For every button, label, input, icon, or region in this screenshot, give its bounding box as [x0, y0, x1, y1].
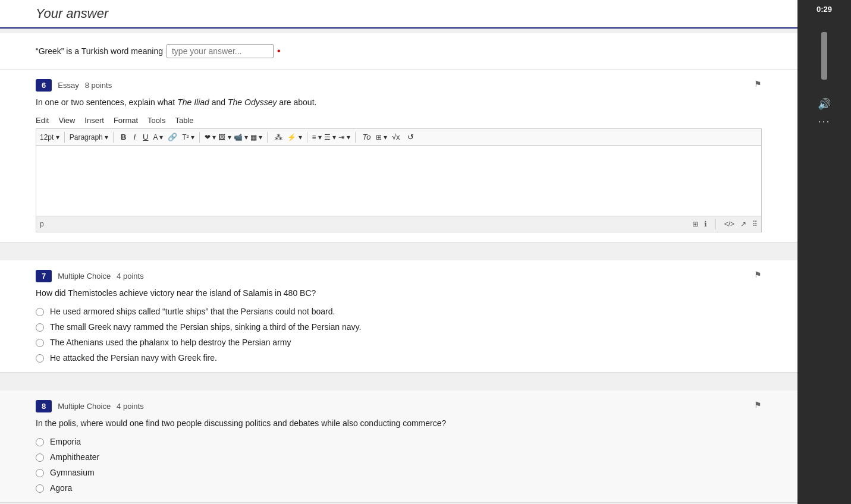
toolbar-sep-2 — [113, 132, 114, 143]
toolbar-sep-4 — [267, 132, 268, 143]
to-button[interactable]: To — [360, 131, 373, 143]
indent-dropdown[interactable]: ⇥ ▾ — [338, 133, 350, 141]
question-7-header: 7 Multiple Choice 4 points — [36, 270, 762, 282]
menu-edit[interactable]: Edit — [36, 116, 49, 125]
q7-option-2[interactable]: The small Greek navy rammed the Persian … — [36, 322, 762, 332]
toolbar-sep-6 — [355, 132, 356, 143]
right-panel: 0:29 🔊 ··· — [797, 0, 851, 504]
question-6-points: 8 points — [85, 81, 112, 90]
q8-option-2-text: Amphitheater — [50, 452, 99, 462]
more-options-icon[interactable]: ··· — [818, 115, 830, 128]
question-6-number: 6 — [36, 79, 52, 92]
q8-option-1-text: Emporia — [50, 437, 81, 446]
question-7-number: 7 — [36, 270, 52, 282]
question-7-text: How did Themistocles achieve victory nea… — [36, 287, 762, 300]
q8-radio-4[interactable] — [36, 484, 44, 493]
menu-table[interactable]: Table — [175, 116, 193, 125]
question-6-header: 6 Essay 8 points — [36, 79, 762, 92]
question-7-points: 4 points — [117, 272, 144, 281]
menu-view[interactable]: View — [58, 116, 75, 125]
q8-option-3[interactable]: Gymnasium — [36, 468, 762, 477]
editor-drag-icon[interactable]: ⠿ — [752, 220, 758, 228]
q7-option-4[interactable]: He attacked the Persian navy with Greek … — [36, 353, 762, 363]
scrollbar-thumb[interactable] — [821, 32, 827, 80]
essay-editor[interactable] — [36, 145, 762, 216]
answer-panel-title: Your answer — [36, 6, 108, 21]
toolbar-sep-1 — [64, 132, 65, 143]
q7-option-3[interactable]: The Athenians used the phalanx to help d… — [36, 338, 762, 347]
sqrt-button[interactable]: √x — [390, 131, 403, 143]
font-size-dropdown[interactable]: 12pt ▾ — [40, 133, 59, 141]
link-button[interactable]: 🔗 — [165, 131, 180, 143]
editor-accessibility-icon[interactable]: ⊞ — [692, 220, 698, 228]
question-8-type: Multiple Choice — [58, 402, 111, 411]
paragraph-dropdown[interactable]: Paragraph ▾ — [70, 133, 108, 141]
menu-tools[interactable]: Tools — [147, 116, 165, 125]
editor-footer-right: ⊞ ℹ </> ↗ ⠿ — [692, 219, 758, 229]
fill-in-input[interactable] — [167, 44, 274, 58]
q7-radio-1[interactable] — [36, 308, 44, 316]
table-dropdown[interactable]: ▦ ▾ — [250, 133, 262, 141]
toolbar-sep-5 — [307, 132, 307, 143]
underline-button[interactable]: U — [140, 131, 150, 143]
q8-option-2[interactable]: Amphitheater — [36, 452, 762, 462]
editor-code-icon[interactable]: </> — [724, 220, 734, 228]
question-7-options: He used armored ships called “turtle shi… — [36, 307, 762, 363]
question-8-points: 4 points — [117, 402, 144, 411]
image-dropdown[interactable]: 🖼 ▾ — [218, 133, 231, 141]
editor-paragraph-tag: p — [40, 220, 44, 228]
editor-toolbar: 12pt ▾ Paragraph ▾ B I U A ▾ 🔗 T² ▾ ❤ ▾ … — [36, 128, 762, 145]
q8-radio-2[interactable] — [36, 453, 44, 462]
question-6-section: 6 Essay 8 points ⚑ In one or two sentenc… — [0, 70, 797, 242]
flag-icon-q6[interactable]: ⚑ — [754, 79, 762, 89]
flag-icon-q8[interactable]: ⚑ — [754, 400, 762, 410]
editor-expand-icon[interactable]: ↗ — [740, 220, 746, 228]
superscript-dropdown[interactable]: T² ▾ — [182, 133, 194, 141]
list-dropdown[interactable]: ☰ ▾ — [324, 133, 336, 141]
timer-display: 0:29 — [817, 5, 832, 14]
q8-option-4[interactable]: Agora — [36, 483, 762, 493]
question-8-section: 8 Multiple Choice 4 points ⚑ In the poli… — [0, 390, 797, 503]
footer-sep-1 — [715, 219, 716, 229]
question-5-section: “Greek” is a Turkish word meaning • — [0, 33, 797, 70]
answer-panel: Your answer — [0, 0, 797, 29]
media-dropdown[interactable]: 📹 ▾ — [234, 133, 248, 141]
font-color-dropdown[interactable]: A ▾ — [153, 133, 163, 141]
align-dropdown[interactable]: ≡ ▾ — [312, 133, 322, 141]
editor-info-icon[interactable]: ℹ — [704, 220, 707, 228]
q7-option-1-text: He used armored ships called “turtle shi… — [50, 307, 335, 316]
format-dropdown-1[interactable]: ⚡ ▾ — [287, 133, 302, 141]
q8-radio-1[interactable] — [36, 438, 44, 446]
flag-icon-q7[interactable]: ⚑ — [754, 270, 762, 279]
toolbar-sep-3 — [199, 132, 200, 143]
menu-format[interactable]: Format — [114, 116, 138, 125]
undo-button[interactable]: ↺ — [405, 131, 416, 143]
question-8-text: In the polis, where would one find two p… — [36, 417, 762, 430]
menu-insert[interactable]: Insert — [84, 116, 104, 125]
format-btn-1[interactable]: ⁂ — [272, 131, 285, 143]
bold-button[interactable]: B — [118, 131, 128, 143]
q8-radio-3[interactable] — [36, 469, 44, 477]
q7-radio-2[interactable] — [36, 323, 44, 332]
editor-menubar: Edit View Insert Format Tools Table — [36, 116, 762, 125]
q7-radio-4[interactable] — [36, 354, 44, 363]
table2-dropdown[interactable]: ⊞ ▾ — [376, 133, 387, 141]
q7-option-1[interactable]: He used armored ships called “turtle shi… — [36, 307, 762, 316]
q8-option-3-text: Gymnasium — [50, 468, 95, 477]
q8-option-1[interactable]: Emporia — [36, 437, 762, 446]
q8-option-4-text: Agora — [50, 483, 72, 493]
question-8-number: 8 — [36, 400, 52, 412]
question-8-options: Emporia Amphitheater Gymnasium Agora — [36, 437, 762, 493]
question-6-text: In one or two sentences, explain what Th… — [36, 96, 762, 109]
required-indicator: • — [277, 46, 281, 56]
question-7-section: 7 Multiple Choice 4 points ⚑ How did The… — [0, 260, 797, 373]
speaker-icon[interactable]: 🔊 — [818, 97, 831, 111]
italic-button[interactable]: I — [131, 131, 138, 143]
fill-in-prefix: “Greek” is a Turkish word meaning — [36, 46, 163, 56]
question-7-type: Multiple Choice — [58, 272, 111, 281]
q7-option-3-text: The Athenians used the phalanx to help d… — [50, 338, 291, 347]
question-8-header: 8 Multiple Choice 4 points — [36, 400, 762, 412]
special-char-dropdown[interactable]: ❤ ▾ — [205, 133, 216, 141]
q7-radio-3[interactable] — [36, 339, 44, 347]
q7-option-2-text: The small Greek navy rammed the Persian … — [50, 322, 361, 332]
